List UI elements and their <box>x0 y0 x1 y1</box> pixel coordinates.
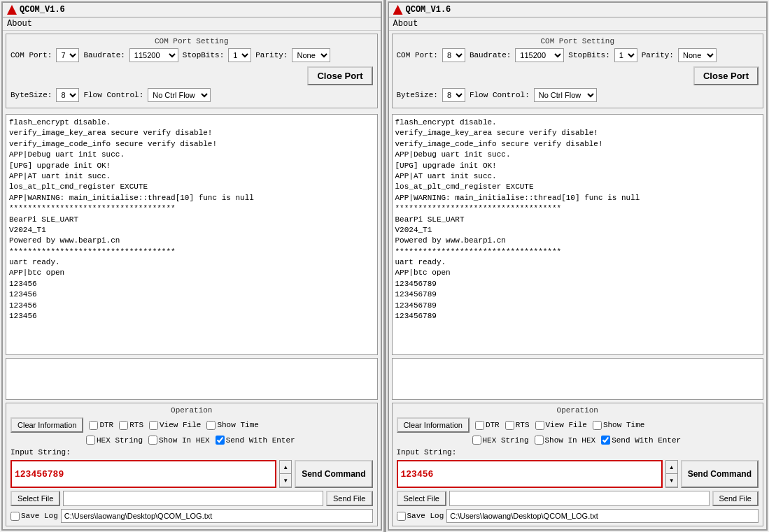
title-bar-1: QCOM_V1.6 <box>3 3 381 17</box>
dtr-checkbox-label-2[interactable]: DTR <box>475 421 500 430</box>
show-time-checkbox-label-2[interactable]: Show Time <box>593 421 644 430</box>
window-title-1: QCOM_V1.6 <box>20 5 65 15</box>
stopbits-label-2: StopBits: <box>568 51 609 59</box>
title-bar-2: QCOM_V1.6 <box>389 3 767 17</box>
input-string-label-2: Input String: <box>397 448 457 456</box>
save-log-row-2: Save Log <box>397 509 759 523</box>
spinner-down-1[interactable]: ▼ <box>280 474 291 487</box>
send-command-btn-2[interactable]: Send Command <box>681 460 759 488</box>
bytesize-label-2: ByteSize: <box>397 91 438 99</box>
com-port-label-2: COM Port: <box>397 51 438 59</box>
window-title-2: QCOM_V1.6 <box>406 5 451 15</box>
stopbits-label-1: StopBits: <box>183 51 224 59</box>
baudrate-select-2[interactable]: 115200 <box>515 48 564 62</box>
input-row-1: ▲ ▼ Send Command <box>10 460 373 488</box>
com-port-section-1: COM Port Setting COM Port: 7 Baudrate: 1… <box>6 34 378 108</box>
stopbits-select-2[interactable]: 1 <box>614 48 637 62</box>
spinner-down-2[interactable]: ▼ <box>666 474 677 487</box>
send-with-enter-checkbox-2[interactable] <box>601 436 610 445</box>
rts-checkbox-1[interactable] <box>119 421 128 430</box>
spinner-up-1[interactable]: ▲ <box>280 461 291 474</box>
bytesize-select-2[interactable]: 8 <box>442 88 465 102</box>
spinner-1: ▲ ▼ <box>279 460 292 488</box>
save-log-path-input-1[interactable] <box>61 509 373 523</box>
parity-label-1: Parity: <box>255 51 288 59</box>
flow-control-label-1: Flow Control: <box>83 91 143 99</box>
show-in-hex-checkbox-label-2[interactable]: Show In HEX <box>535 436 596 445</box>
input-string-field-2[interactable] <box>397 460 663 488</box>
view-file-checkbox-label-2[interactable]: View File <box>535 421 587 430</box>
spinner-up-2[interactable]: ▲ <box>666 461 677 474</box>
show-in-hex-checkbox-1[interactable] <box>148 436 157 445</box>
save-log-row-1: Save Log <box>10 509 373 523</box>
logo-icon-1 <box>7 5 17 15</box>
hex-string-checkbox-2[interactable] <box>472 436 481 445</box>
flow-control-select-1[interactable]: No Ctrl Flow <box>148 88 211 102</box>
terminal-1[interactable]: flash_encrypt disable. verify_image_key_… <box>6 114 378 355</box>
window-2: QCOM_V1.6 About COM Port Setting COM Por… <box>388 1 768 531</box>
parity-select-2[interactable]: None <box>678 48 717 62</box>
hex-string-checkbox-label-2[interactable]: HEX String <box>472 436 529 445</box>
save-log-path-input-2[interactable] <box>446 509 759 523</box>
baudrate-label-1: Baudrate: <box>83 51 125 59</box>
hex-string-checkbox-1[interactable] <box>86 436 95 445</box>
dtr-checkbox-1[interactable] <box>89 421 98 430</box>
dtr-checkbox-label-1[interactable]: DTR <box>89 421 113 430</box>
parity-select-1[interactable]: None <box>292 48 330 62</box>
view-file-checkbox-1[interactable] <box>149 421 158 430</box>
rts-checkbox-label-2[interactable]: RTS <box>505 421 530 430</box>
view-file-checkbox-label-1[interactable]: View File <box>149 421 201 430</box>
flow-control-select-2[interactable]: No Ctrl Flow <box>534 88 597 102</box>
send-command-btn-1[interactable]: Send Command <box>295 460 372 488</box>
rts-checkbox-label-1[interactable]: RTS <box>119 421 143 430</box>
about-menu-1[interactable]: About <box>7 19 32 29</box>
about-menu-2[interactable]: About <box>393 19 418 29</box>
terminal-2[interactable]: flash_encrypt disable. verify_image_key_… <box>392 114 764 355</box>
save-log-checkbox-1[interactable] <box>10 512 20 521</box>
send-with-enter-checkbox-1[interactable] <box>216 436 225 445</box>
input-row-2: ▲ ▼ Send Command <box>397 460 759 488</box>
show-time-checkbox-1[interactable] <box>206 421 216 430</box>
show-time-checkbox-label-1[interactable]: Show Time <box>206 421 258 430</box>
baudrate-label-2: Baudrate: <box>470 51 511 59</box>
dtr-checkbox-2[interactable] <box>475 421 484 430</box>
save-log-checkbox-label-1[interactable]: Save Log <box>10 512 58 521</box>
file-path-input-2[interactable] <box>449 491 710 506</box>
show-in-hex-checkbox-2[interactable] <box>535 436 544 445</box>
select-file-btn-2[interactable]: Select File <box>397 491 446 506</box>
show-in-hex-checkbox-label-1[interactable]: Show In HEX <box>148 436 210 445</box>
bytesize-label-1: ByteSize: <box>10 91 52 99</box>
operation-section-2: Operation Clear Information DTR RTS View… <box>392 403 764 526</box>
baudrate-select-1[interactable]: 115200 <box>129 48 178 62</box>
com-port-label-1: COM Port: <box>10 51 52 59</box>
operation-title-1: Operation <box>10 406 373 415</box>
save-log-checkbox-label-2[interactable]: Save Log <box>397 512 444 521</box>
com-port-title-2: COM Port Setting <box>397 37 759 45</box>
clear-info-btn-1[interactable]: Clear Information <box>10 417 83 433</box>
stopbits-select-1[interactable]: 1 <box>228 48 251 62</box>
com-port-select-2[interactable]: 8 <box>442 48 465 62</box>
file-row-2: Select File Send File <box>397 491 759 506</box>
select-file-btn-1[interactable]: Select File <box>10 491 60 506</box>
send-file-btn-1[interactable]: Send File <box>326 491 372 506</box>
rts-checkbox-2[interactable] <box>505 421 514 430</box>
window-1: QCOM_V1.6 About COM Port Setting COM Por… <box>1 1 382 531</box>
input-middle-area-2 <box>392 358 764 400</box>
file-path-input-1[interactable] <box>63 491 323 506</box>
operation-section-1: Operation Clear Information DTR RTS View… <box>6 403 378 526</box>
com-port-title-1: COM Port Setting <box>10 37 373 45</box>
com-port-select-1[interactable]: 7 <box>56 48 79 62</box>
view-file-checkbox-2[interactable] <box>535 421 544 430</box>
send-file-btn-2[interactable]: Send File <box>712 491 759 506</box>
input-middle-area-1 <box>6 358 378 400</box>
send-with-enter-checkbox-label-1[interactable]: Send With Enter <box>216 436 295 445</box>
send-with-enter-checkbox-label-2[interactable]: Send With Enter <box>601 436 681 445</box>
close-port-btn-1[interactable]: Close Port <box>307 66 372 85</box>
hex-string-checkbox-label-1[interactable]: HEX String <box>86 436 143 445</box>
input-string-field-1[interactable] <box>10 460 276 488</box>
bytesize-select-1[interactable]: 8 <box>56 88 79 102</box>
save-log-checkbox-2[interactable] <box>397 512 406 521</box>
clear-info-btn-2[interactable]: Clear Information <box>397 417 470 433</box>
show-time-checkbox-2[interactable] <box>593 421 602 430</box>
close-port-btn-2[interactable]: Close Port <box>693 66 759 85</box>
